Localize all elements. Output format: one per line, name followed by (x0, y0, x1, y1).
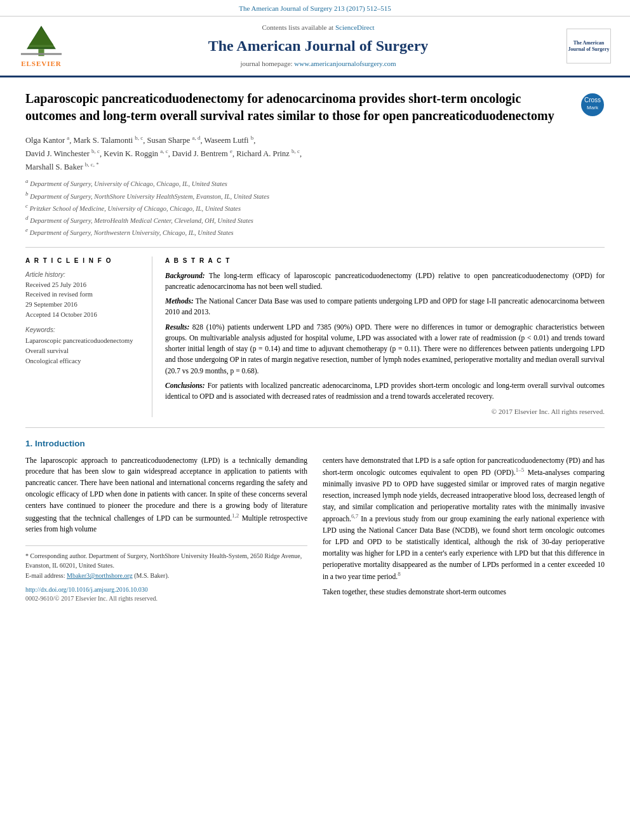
keywords-label: Keywords: (25, 326, 142, 335)
divider-1 (25, 247, 605, 248)
svg-text:Mark: Mark (587, 105, 599, 110)
accepted-date: Accepted 14 October 2016 (25, 310, 142, 320)
affiliation-c: c Pritzker School of Medicine, Universit… (25, 202, 605, 213)
authors-line: Olga Kantor a, Mark S. Talamonti b, c, S… (25, 133, 605, 173)
author-7: David J. Bentrem e, (172, 149, 236, 158)
affiliation-b: b Department of Surgery, NorthShore Univ… (25, 190, 605, 201)
elsevier-tree-icon (19, 23, 64, 58)
revised-date-label: Received in revised form (25, 290, 142, 300)
abstract-results: Results: 828 (10%) patients underwent LP… (165, 322, 605, 377)
article-body: Laparoscopic pancreaticoduodenectomy for… (0, 77, 630, 616)
author-email-link[interactable]: Mbaker3@northshore.org (67, 572, 133, 579)
affiliation-a: a Department of Surgery, University of C… (25, 177, 605, 189)
affiliation-e: e Department of Surgery, Northwestern Un… (25, 226, 605, 237)
journal-reference: The American Journal of Surgery 213 (201… (239, 4, 391, 12)
svg-rect-0 (38, 50, 44, 57)
svg-marker-3 (29, 28, 54, 45)
author-6: Kevin K. Roggin a, c, (104, 149, 172, 158)
doi-line: http://dx.doi.org/10.1016/j.amjsurg.2016… (25, 585, 307, 594)
issn-line: 0002-9610/© 2017 Elsevier Inc. All right… (25, 594, 307, 603)
abstract-section: A B S T R A C T Background: The long-ter… (165, 257, 605, 417)
science-direct-line: Contents lists available at ScienceDirec… (76, 23, 560, 32)
journal-logo-box: The American Journal of Surgery (566, 29, 611, 63)
article-title-section: Laparoscopic pancreaticoduodenectomy for… (25, 90, 605, 124)
article-info-abstract: A R T I C L E I N F O Article history: R… (25, 257, 605, 417)
intro-columns: The laparoscopic approach to pancreatico… (25, 455, 605, 604)
abstract-text: Background: The long-term efficacy of la… (165, 270, 605, 403)
journal-homepage-line: journal homepage: www.americanjournalofs… (76, 59, 560, 69)
author-8: Richard A. Prinz b, c, (236, 149, 302, 158)
intro-col-right: centers have demonstrated that LPD is a … (323, 455, 605, 604)
intro-right-text-1: centers have demonstrated that LPD is a … (323, 455, 605, 583)
author-5: David J. Winchester b, c, (25, 149, 104, 158)
svg-rect-4 (21, 53, 62, 55)
intro-col-left: The laparoscopic approach to pancreatico… (25, 455, 307, 604)
intro-left-text: The laparoscopic approach to pancreatico… (25, 455, 307, 536)
author-9: Marshall S. Baker b, c, * (25, 163, 99, 171)
intro-section: 1. Introduction The laparoscopic approac… (25, 438, 605, 603)
svg-text:Cross: Cross (584, 97, 601, 103)
author-4: Waseem Lutfi b, (204, 136, 255, 145)
copyright-line: © 2017 Elsevier Inc. All rights reserved… (165, 407, 605, 417)
email-footnote: E-mail address: Mbaker3@northshore.org (… (25, 571, 307, 580)
intro-right-text-2: Taken together, these studies demonstrat… (323, 587, 605, 598)
history-label: Article history: (25, 270, 142, 279)
results-label: Results: (165, 323, 189, 331)
author-2: Mark S. Talamonti b, c, (74, 136, 147, 145)
top-bar: The American Journal of Surgery 213 (201… (0, 0, 630, 17)
background-label: Background: (165, 272, 205, 279)
science-direct-link[interactable]: ScienceDirect (335, 23, 375, 31)
abstract-title: A B S T R A C T (165, 257, 605, 265)
keyword-3: Oncological efficacy (25, 357, 142, 366)
doi-link[interactable]: http://dx.doi.org/10.1016/j.amjsurg.2016… (25, 586, 148, 593)
article-main-title: Laparoscopic pancreaticoduodenectomy for… (25, 90, 574, 124)
article-info-title: A R T I C L E I N F O (25, 257, 142, 265)
journal-header: ELSEVIER Contents lists available at Sci… (0, 17, 630, 77)
author-1: Olga Kantor a, (25, 136, 74, 145)
received-date: Received 25 July 2016 (25, 281, 142, 290)
keyword-1: Laparoscopic pancreaticoduodenectomy (25, 337, 142, 346)
conclusions-label: Conclusions: (165, 382, 205, 389)
elsevier-logo: ELSEVIER (13, 23, 70, 69)
affiliation-d: d Department of Surgery, MetroHealth Med… (25, 214, 605, 225)
abstract-background: Background: The long-term efficacy of la… (165, 270, 605, 293)
intro-heading: 1. Introduction (25, 438, 605, 450)
affiliations: a Department of Surgery, University of C… (25, 177, 605, 237)
abstract-methods: Methods: The National Cancer Data Base w… (165, 296, 605, 318)
methods-label: Methods: (165, 297, 194, 305)
author-3: Susan Sharpe a, d, (147, 136, 204, 145)
journal-center: Contents lists available at ScienceDirec… (76, 23, 560, 69)
abstract-conclusions: Conclusions: For patients with localized… (165, 380, 605, 403)
footnote-section: * Corresponding author. Department of Su… (25, 545, 307, 603)
journal-homepage-link[interactable]: www.americanjournalofsurgery.com (294, 60, 396, 67)
article-info-panel: A R T I C L E I N F O Article history: R… (25, 257, 152, 417)
crossmark-logo: Cross Mark (580, 93, 605, 117)
divider-2 (25, 427, 605, 428)
revised-date: 29 September 2016 (25, 300, 142, 310)
keyword-2: Overall survival (25, 347, 142, 356)
journal-title: The American Journal of Surgery (76, 36, 560, 57)
crossmark-icon: Cross Mark (580, 93, 605, 117)
elsevier-brand-text: ELSEVIER (21, 59, 62, 69)
corresponding-author-footnote: * Corresponding author. Department of Su… (25, 551, 307, 570)
journal-logo-right: The American Journal of Surgery (566, 29, 617, 63)
